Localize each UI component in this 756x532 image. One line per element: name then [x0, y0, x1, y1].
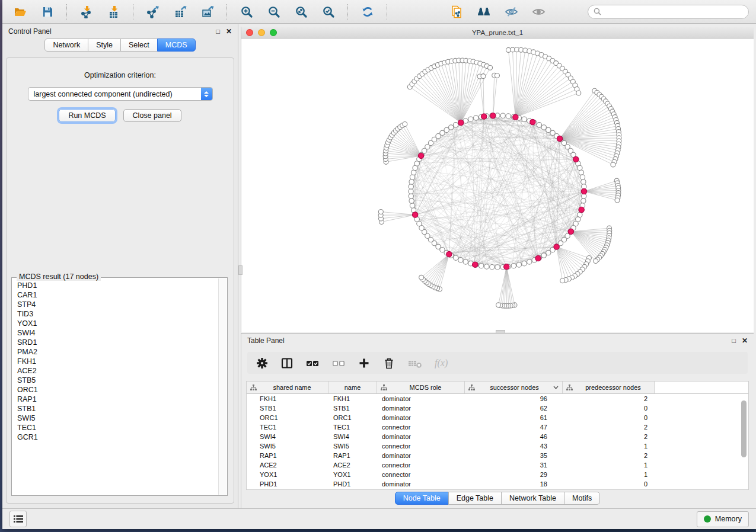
table-cell[interactable]: 2 — [563, 452, 655, 459]
ring-node[interactable] — [500, 113, 505, 118]
mcds-result-item[interactable]: STB5 — [17, 376, 219, 385]
table-cell[interactable]: 18 — [465, 480, 563, 488]
float-table-panel-icon[interactable]: □ — [732, 337, 736, 344]
task-history-button[interactable] — [9, 511, 27, 527]
ring-node[interactable] — [490, 265, 495, 270]
ring-node[interactable] — [468, 117, 473, 121]
table-cell[interactable]: dominator — [377, 433, 465, 440]
table-cell[interactable]: RAP1 — [328, 452, 377, 459]
table-cell[interactable]: connector — [377, 462, 465, 469]
table-cell[interactable]: STB1 — [328, 405, 377, 412]
tab-motifs[interactable]: Motifs — [564, 492, 600, 505]
table-cell[interactable]: 62 — [465, 405, 563, 412]
mcds-hub-node[interactable] — [473, 262, 478, 267]
mcds-result-item[interactable]: STB1 — [17, 404, 219, 414]
ring-node[interactable] — [453, 255, 458, 260]
mcds-result-item[interactable]: YOX1 — [17, 319, 219, 328]
mcds-result-item[interactable]: SRD1 — [17, 338, 219, 347]
ring-node[interactable] — [453, 123, 458, 127]
table-row[interactable]: TEC1TEC1connector472 — [247, 422, 748, 432]
mcds-result-item[interactable]: TID3 — [17, 309, 219, 319]
column-header-name[interactable]: name — [328, 382, 377, 393]
ring-node[interactable] — [546, 250, 551, 255]
table-cell[interactable]: YOX1 — [247, 471, 328, 478]
leaf-node[interactable] — [403, 121, 407, 126]
ring-node[interactable] — [409, 194, 413, 198]
ring-node[interactable] — [516, 262, 521, 267]
tab-select[interactable]: Select — [120, 39, 158, 52]
export-network-button[interactable] — [142, 3, 164, 21]
table-cell[interactable]: 1 — [563, 443, 655, 450]
leaf-node[interactable] — [496, 303, 501, 307]
mcds-result-item[interactable]: PMA2 — [17, 347, 219, 357]
leaf-node[interactable] — [615, 198, 620, 203]
ring-node[interactable] — [506, 114, 511, 118]
mcds-hub-node[interactable] — [554, 244, 559, 249]
ring-node[interactable] — [541, 253, 546, 258]
mcds-list-scrollbar[interactable] — [218, 278, 227, 495]
tab-network[interactable]: Network — [44, 39, 88, 52]
table-row[interactable]: FKH1FKH1dominator962 — [247, 394, 748, 403]
ring-node[interactable] — [410, 175, 414, 180]
table-cell[interactable]: TEC1 — [247, 424, 328, 431]
network-graph[interactable] — [241, 39, 753, 332]
ring-node[interactable] — [444, 127, 449, 132]
tab-node-table[interactable]: Node Table — [395, 492, 449, 505]
table-cell[interactable]: 2 — [563, 395, 655, 402]
table-cell[interactable]: ACE2 — [247, 462, 328, 469]
mcds-hub-node[interactable] — [568, 229, 573, 234]
table-cell[interactable]: dominator — [377, 414, 465, 421]
table-row[interactable]: PHD1PHD1dominator180 — [247, 479, 748, 489]
ring-node[interactable] — [522, 261, 527, 266]
mcds-hub-node[interactable] — [412, 212, 417, 217]
export-image-button[interactable] — [197, 3, 218, 21]
table-cell[interactable]: ORC1 — [247, 414, 328, 421]
mcds-hub-node[interactable] — [530, 119, 535, 124]
table-cell[interactable]: 2 — [563, 433, 655, 440]
mcds-hub-node[interactable] — [490, 113, 496, 118]
ring-node[interactable] — [479, 264, 483, 268]
mcds-hub-node[interactable] — [446, 251, 452, 257]
table-cell[interactable]: dominator — [377, 395, 465, 402]
table-cell[interactable]: connector — [377, 471, 465, 478]
mcds-result-item[interactable]: ACE2 — [17, 366, 219, 376]
open-session-button[interactable] — [9, 3, 31, 21]
table-cell[interactable]: 61 — [465, 414, 563, 421]
mcds-result-item[interactable]: SWI5 — [17, 414, 219, 423]
table-row[interactable]: SWI4SWI4dominator462 — [247, 432, 748, 441]
table-cell[interactable]: 1 — [563, 471, 655, 478]
ring-node[interactable] — [409, 180, 414, 184]
table-cell[interactable]: FKH1 — [247, 395, 328, 402]
show-graphics-details-button[interactable] — [528, 3, 549, 21]
ring-node[interactable] — [463, 259, 468, 264]
save-session-button[interactable] — [37, 3, 58, 21]
close-panel-icon[interactable]: ✕ — [226, 27, 232, 36]
table-cell[interactable]: 47 — [465, 424, 563, 431]
mcds-result-item[interactable]: PHD1 — [17, 281, 219, 290]
ring-node[interactable] — [458, 258, 463, 262]
table-cell[interactable]: 0 — [563, 405, 655, 412]
tab-style[interactable]: Style — [88, 39, 121, 52]
ring-node[interactable] — [537, 123, 541, 127]
table-cell[interactable]: STB1 — [247, 405, 328, 412]
table-scrollbar[interactable] — [741, 396, 747, 487]
table-cell[interactable]: 46 — [465, 433, 563, 440]
column-header-shared-name[interactable]: shared name — [247, 382, 328, 393]
ring-node[interactable] — [581, 198, 586, 203]
column-header-MCDS-role[interactable]: MCDS role — [377, 382, 465, 393]
mcds-result-item[interactable]: SWI4 — [17, 328, 219, 338]
table-cell[interactable]: 0 — [563, 414, 655, 421]
table-scrollbar-thumb[interactable] — [741, 400, 747, 457]
export-table-button[interactable] — [170, 3, 191, 21]
mcds-result-list[interactable]: PHD1CAR1STP4TID3YOX1SWI4SRD1PMA2FKH1ACE2… — [12, 278, 219, 495]
leaf-node[interactable] — [495, 73, 499, 78]
ring-node[interactable] — [541, 125, 546, 130]
zoom-in-button[interactable] — [236, 3, 257, 21]
zoom-out-button[interactable] — [263, 3, 285, 21]
search-input[interactable] — [605, 7, 743, 17]
binoculars-button[interactable] — [473, 3, 495, 21]
tab-mcds[interactable]: MCDS — [157, 39, 196, 52]
leaf-node[interactable] — [594, 259, 598, 264]
table-cell[interactable]: 43 — [465, 443, 563, 450]
table-cell[interactable]: SWI4 — [247, 433, 328, 440]
